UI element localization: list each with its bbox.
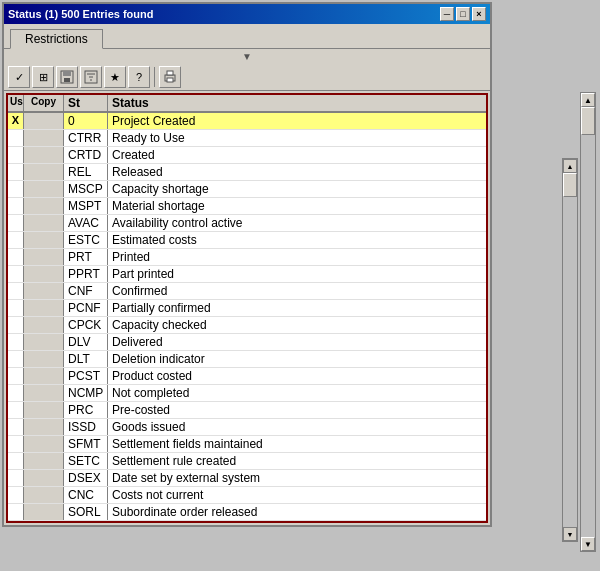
table-row[interactable]: MSPTMaterial shortage [8, 198, 486, 215]
cell-copy [24, 164, 64, 180]
cell-code: CNF [64, 283, 108, 299]
cell-user [8, 402, 24, 418]
check-button[interactable]: ✓ [8, 66, 30, 88]
toolbar: ✓ ⊞ ★ ? [4, 64, 490, 91]
cell-user [8, 317, 24, 333]
table-row[interactable]: DLVDelivered [8, 334, 486, 351]
table-row[interactable]: PPRTPart printed [8, 266, 486, 283]
cell-status: Estimated costs [108, 232, 486, 248]
table-row[interactable]: CTRRReady to Use [8, 130, 486, 147]
cell-code: PCST [64, 368, 108, 384]
table-row[interactable]: MSCPCapacity shortage [8, 181, 486, 198]
dropdown-arrow: ▼ [4, 49, 490, 64]
cell-copy [24, 436, 64, 452]
main-window: Status (1) 500 Entries found ─ □ × Restr… [2, 2, 492, 527]
maximize-button[interactable]: □ [456, 7, 470, 21]
table-row[interactable]: RELReleased [8, 164, 486, 181]
cell-copy [24, 487, 64, 503]
cell-user [8, 334, 24, 350]
tab-restrictions[interactable]: Restrictions [10, 29, 103, 49]
cell-code: AVAC [64, 215, 108, 231]
table-area: Us Copy St Status X0Project CreatedCTRRR… [6, 93, 488, 523]
cell-user [8, 181, 24, 197]
cell-copy [24, 368, 64, 384]
close-button[interactable]: × [472, 7, 486, 21]
cell-copy [24, 249, 64, 265]
toolbar-separator [154, 67, 155, 87]
table-row[interactable]: SORLSubordinate order released [8, 504, 486, 521]
title-bar: Status (1) 500 Entries found ─ □ × [4, 4, 490, 24]
scroll-down-button[interactable]: ▼ [581, 537, 595, 551]
table-row[interactable]: SFMTSettlement fields maintained [8, 436, 486, 453]
table-row[interactable]: NCMPNot completed [8, 385, 486, 402]
cell-status: Capacity shortage [108, 181, 486, 197]
scroll-thumb[interactable] [581, 107, 595, 135]
cell-status: Goods issued [108, 419, 486, 435]
cell-user [8, 453, 24, 469]
table-body: X0Project CreatedCTRRReady to UseCRTDCre… [8, 113, 486, 521]
cell-user [8, 232, 24, 248]
inner-scroll-up-button[interactable]: ▲ [563, 159, 577, 173]
cell-code: SETC [64, 453, 108, 469]
star-button[interactable]: ★ [104, 66, 126, 88]
cell-copy [24, 470, 64, 486]
table-row[interactable]: DSEXDate set by external system [8, 470, 486, 487]
cell-status: Project Created [108, 113, 486, 129]
table-row[interactable]: SETCSettlement rule created [8, 453, 486, 470]
cell-copy [24, 402, 64, 418]
filter-button[interactable] [80, 66, 102, 88]
table-button[interactable]: ⊞ [32, 66, 54, 88]
cell-status: Confirmed [108, 283, 486, 299]
cell-user [8, 436, 24, 452]
table-row[interactable]: PRTPrinted [8, 249, 486, 266]
scroll-up-button[interactable]: ▲ [581, 93, 595, 107]
table-row[interactable]: DLTDeletion indicator [8, 351, 486, 368]
cell-user [8, 300, 24, 316]
cell-code: DSEX [64, 470, 108, 486]
table-row[interactable]: CNFConfirmed [8, 283, 486, 300]
cell-code: DLT [64, 351, 108, 367]
cell-user [8, 385, 24, 401]
cell-copy [24, 266, 64, 282]
cell-user [8, 419, 24, 435]
cell-status: Part printed [108, 266, 486, 282]
save-button[interactable] [56, 66, 78, 88]
table-row[interactable]: PCSTProduct costed [8, 368, 486, 385]
cell-code: SFMT [64, 436, 108, 452]
outer-scrollbar: ▲ ▼ [580, 92, 596, 552]
table-row[interactable]: ISSDGoods issued [8, 419, 486, 436]
table-row[interactable]: ESTCEstimated costs [8, 232, 486, 249]
cell-copy [24, 283, 64, 299]
inner-scroll-down-button[interactable]: ▼ [563, 527, 577, 541]
minimize-button[interactable]: ─ [440, 7, 454, 21]
table-row[interactable]: CPCKCapacity checked [8, 317, 486, 334]
cell-status: Material shortage [108, 198, 486, 214]
cell-code: ESTC [64, 232, 108, 248]
inner-scroll-track [563, 173, 577, 527]
cell-status: Printed [108, 249, 486, 265]
table-row[interactable]: X0Project Created [8, 113, 486, 130]
table-row[interactable]: AVACAvailability control active [8, 215, 486, 232]
table-row[interactable]: CRTDCreated [8, 147, 486, 164]
cell-status: Ready to Use [108, 130, 486, 146]
cell-copy [24, 504, 64, 520]
inner-scroll-thumb[interactable] [563, 173, 577, 197]
header-code: St [64, 95, 108, 111]
cell-status: Availability control active [108, 215, 486, 231]
svg-rect-2 [64, 78, 70, 82]
help-button[interactable]: ? [128, 66, 150, 88]
cell-copy [24, 453, 64, 469]
cell-copy [24, 300, 64, 316]
cell-status: Released [108, 164, 486, 180]
cell-user [8, 198, 24, 214]
table-row[interactable]: CNCCosts not current [8, 487, 486, 504]
svg-rect-1 [63, 71, 71, 76]
print-button[interactable] [159, 66, 181, 88]
cell-code: SORL [64, 504, 108, 520]
cell-status: Delivered [108, 334, 486, 350]
table-row[interactable]: PCNFPartially confirmed [8, 300, 486, 317]
cell-user [8, 351, 24, 367]
cell-code: CTRR [64, 130, 108, 146]
table-row[interactable]: PRCPre-costed [8, 402, 486, 419]
scroll-track [581, 107, 595, 537]
